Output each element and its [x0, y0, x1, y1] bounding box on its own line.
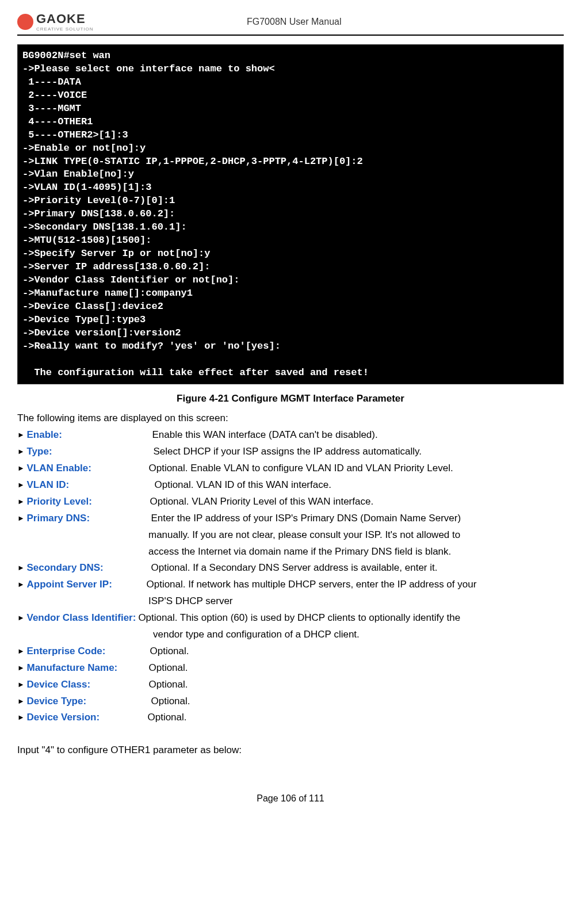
- param-row: ► Manufacture Name:Optional.: [17, 660, 564, 677]
- figure-caption: Figure 4-21 Configure MGMT Interface Par…: [17, 393, 564, 404]
- param-label: Device Version:: [26, 709, 147, 726]
- param-continuation: access the Internet via domain name if t…: [17, 544, 564, 560]
- param-description: Optional. This option (60) is used by DH…: [138, 612, 460, 623]
- arrow-icon: ►: [17, 497, 26, 506]
- param-row: ► Priority Level:Optional. VLAN Priority…: [17, 494, 564, 510]
- param-description: Optional. VLAN ID of this WAN interface.: [154, 479, 331, 490]
- parameter-list: ► Enable:Enable this WAN interface (DATA…: [17, 427, 564, 726]
- param-label: VLAN Enable:: [26, 460, 148, 477]
- param-description: Optional.: [148, 662, 188, 673]
- param-label: Vendor Class Identifier:: [26, 612, 136, 623]
- intro-text: The following items are displayed on thi…: [17, 410, 564, 427]
- arrow-icon: ►: [17, 680, 26, 689]
- param-label: VLAN ID:: [26, 477, 154, 494]
- param-description: Enable this WAN interface (DATA can't be…: [152, 429, 377, 440]
- document-title: FG7008N User Manual: [94, 17, 564, 27]
- arrow-icon: ►: [17, 480, 26, 489]
- param-description: Select DHCP if your ISP assigns the IP a…: [153, 446, 421, 457]
- arrow-icon: ►: [17, 647, 26, 655]
- param-row: ► Device Class:Optional.: [17, 677, 564, 693]
- param-description: Optional.: [148, 679, 188, 690]
- param-description: Optional. If a Secondary DNS Server addr…: [151, 562, 437, 573]
- param-row: ► Vendor Class Identifier:Optional. This…: [17, 610, 564, 627]
- param-description: Enter the IP address of your ISP's Prima…: [151, 513, 461, 524]
- param-description: Optional.: [147, 712, 186, 723]
- logo-block: GAOKE CREATIVE SOLUTION: [17, 12, 94, 32]
- arrow-icon: ►: [17, 448, 26, 456]
- param-row: ► Device Type:Optional.: [17, 693, 564, 710]
- arrow-icon: ►: [17, 663, 26, 672]
- param-label: Enterprise Code:: [26, 643, 150, 660]
- param-description: Optional.: [151, 696, 190, 707]
- arrow-icon: ►: [17, 614, 26, 623]
- param-description: Optional. VLAN Priority Level of this WA…: [150, 496, 373, 507]
- param-label: Device Class:: [26, 677, 148, 693]
- param-description: Optional. Enable VLAN to configure VLAN …: [148, 463, 453, 474]
- logo-icon: [17, 14, 33, 30]
- logo-subtext: CREATIVE SOLUTION: [36, 26, 94, 32]
- param-row: ► VLAN Enable:Optional. Enable VLAN to c…: [17, 460, 564, 477]
- param-continuation: ISP'S DHCP server: [17, 593, 564, 610]
- param-continuation: vendor type and configuration of a DHCP …: [17, 627, 564, 643]
- arrow-icon: ►: [17, 431, 26, 440]
- param-row: ► VLAN ID:Optional. VLAN ID of this WAN …: [17, 477, 564, 494]
- param-row: ► Enable:Enable this WAN interface (DATA…: [17, 427, 564, 444]
- terminal-screenshot: BG9002N#set wan ->Please select one inte…: [17, 44, 564, 384]
- logo-text: GAOKE: [36, 12, 94, 26]
- param-row: ► Device Version:Optional.: [17, 709, 564, 726]
- arrow-icon: ►: [17, 713, 26, 722]
- param-label: Priority Level:: [26, 494, 150, 510]
- param-label: Appoint Server IP:: [26, 576, 146, 593]
- param-row: ► Appoint Server IP:Optional. If network…: [17, 576, 564, 593]
- param-row: ► Primary DNS:Enter the IP address of yo…: [17, 510, 564, 527]
- param-description: Optional. If network has multiple DHCP s…: [146, 579, 476, 590]
- arrow-icon: ►: [17, 464, 26, 473]
- arrow-icon: ►: [17, 581, 26, 589]
- param-continuation: manually. If you are not clear, please c…: [17, 527, 564, 544]
- param-label: Primary DNS:: [26, 510, 151, 527]
- arrow-icon: ►: [17, 514, 26, 522]
- page-header: GAOKE CREATIVE SOLUTION FG7008N User Man…: [17, 12, 564, 36]
- bottom-instruction: Input "4" to configure OTHER1 parameter …: [17, 742, 564, 759]
- param-row: ► Secondary DNS:Optional. If a Secondary…: [17, 560, 564, 576]
- param-row: ► Enterprise Code:Optional.: [17, 643, 564, 660]
- page-footer: Page 106 of 111: [17, 793, 564, 804]
- param-label: Secondary DNS:: [26, 560, 151, 576]
- param-label: Manufacture Name:: [26, 660, 148, 677]
- param-label: Enable:: [26, 427, 152, 444]
- param-description: Optional.: [150, 646, 189, 656]
- param-label: Device Type:: [26, 693, 151, 710]
- param-label: Type:: [26, 444, 153, 460]
- arrow-icon: ►: [17, 697, 26, 705]
- param-row: ► Type:Select DHCP if your ISP assigns t…: [17, 444, 564, 460]
- arrow-icon: ►: [17, 564, 26, 572]
- page-container: GAOKE CREATIVE SOLUTION FG7008N User Man…: [0, 0, 581, 815]
